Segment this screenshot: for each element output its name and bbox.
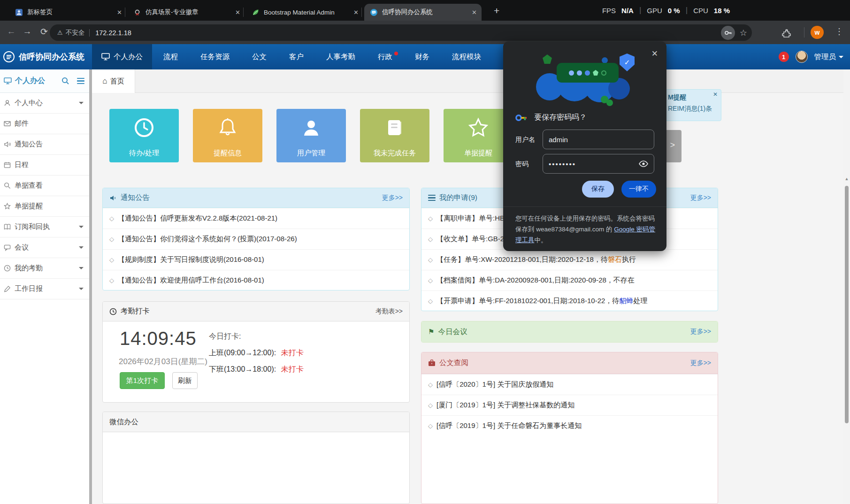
sidebar-item-schedule[interactable]: 日程 [0, 155, 89, 176]
browser-profile-avatar[interactable]: w [811, 26, 824, 39]
shift-afternoon: 下班(13:00→18:00): 未打卡 [209, 365, 304, 374]
url-text[interactable]: 172.22.1.18 [95, 29, 721, 37]
tab-bootstrap-admin[interactable]: Bootstrap Material Admin ✕ [246, 4, 363, 21]
announcement-item[interactable]: ◇【通知公告】欢迎使用信呼工作台(2016-08-01) [103, 270, 409, 290]
breadcrumb-home-tab[interactable]: ⌂ 首页 [92, 69, 135, 93]
sidebar-item-announcements[interactable]: 通知公告 [0, 134, 89, 155]
sidebar-item-my-attendance[interactable]: 我的考勤 [0, 258, 89, 279]
scrollbar-thumb[interactable] [845, 186, 849, 423]
dialog-title-row: 要保存密码吗？ [515, 113, 587, 122]
tile-reminders[interactable]: 提醒信息 [193, 109, 262, 162]
password-manager-icon[interactable] [721, 26, 735, 40]
sidebar-item-subscriptions[interactable]: 订阅和回执 [0, 217, 89, 237]
tab-close-icon[interactable]: ✕ [353, 9, 359, 16]
bookmark-star-icon[interactable]: ☆ [740, 28, 747, 38]
applications-more-link[interactable]: 更多>> [690, 194, 711, 202]
nav-item-administration[interactable]: 行政 [367, 44, 404, 69]
never-save-button[interactable]: 一律不 [621, 181, 656, 198]
search-icon[interactable] [61, 77, 69, 85]
shift-morning: 上班(09:00→12:00): 未打卡 [209, 348, 304, 358]
show-password-eye-icon[interactable] [639, 160, 648, 167]
tab-close-icon[interactable]: ✕ [472, 9, 477, 16]
attendance-sheet-link[interactable]: 考勤表>> [375, 307, 403, 316]
tab-simulation-badge[interactable]: 仿真场景-专业徽章 ✕ [128, 4, 245, 21]
punch-in-button[interactable]: 第1次打卡 [120, 372, 165, 389]
user-avatar[interactable] [796, 51, 808, 63]
tab-new-tab-page[interactable]: 新标签页 ✕ [9, 4, 127, 21]
password-dots-graphic [557, 63, 619, 83]
address-bar[interactable]: ⚠ 不安全 172.22.1.18 ☆ [50, 24, 752, 41]
refresh-button[interactable]: 刷新 [172, 372, 198, 389]
sidebar-item-document-reminder[interactable]: 单据提醒 [0, 196, 89, 217]
document-item[interactable]: ◇[信呼〔2019〕1号] 关于任命磐石为董事长通知 [421, 415, 718, 436]
tab-close-icon[interactable]: ✕ [117, 9, 122, 16]
meetings-more-link[interactable]: 更多>> [690, 328, 711, 336]
home-icon: ⌂ [102, 76, 107, 86]
username-field[interactable]: admin [543, 130, 654, 149]
security-label[interactable]: 不安全 [66, 29, 85, 37]
nav-item-official-docs[interactable]: 公文 [241, 44, 278, 69]
sidebar-menu-icon[interactable] [77, 78, 84, 84]
reload-icon[interactable]: ⟳ [38, 26, 51, 37]
diamond-icon: ◇ [428, 236, 433, 243]
diamond-icon: ◇ [428, 298, 433, 305]
announcement-item[interactable]: ◇【通知公告】信呼更新发布V2.2.8版本(2021-08-21) [103, 208, 409, 229]
chevron-down-icon [839, 56, 843, 58]
announcements-more-link[interactable]: 更多>> [382, 194, 403, 202]
scroll-up-icon[interactable]: ▲ [844, 176, 850, 181]
tab-separator [243, 8, 244, 17]
application-item[interactable]: ◇【任务】单号:XW-20201218-001,日期:2020-12-18，待磐… [421, 249, 718, 270]
nav-item-personal-office[interactable]: 个人办公 [92, 44, 152, 69]
dialog-close-icon[interactable]: ✕ [651, 49, 658, 59]
browser-menu-icon[interactable]: ⋮ [835, 26, 843, 37]
sidebar-title: 个人办公 [15, 76, 45, 86]
app-brand[interactable]: 信呼协同办公系统 [0, 44, 92, 69]
save-password-dialog: ✕ ✓ 要保存密码吗？ 用户名 [503, 41, 666, 251]
sidebar-item-document-view[interactable]: 单据查看 [0, 176, 89, 196]
nav-item-workflow-module[interactable]: 流程模块 [441, 44, 492, 69]
extensions-icon[interactable] [782, 29, 791, 38]
tab-xinhu-oa[interactable]: 信呼协同办公系统 ✕ [364, 4, 482, 21]
assignee-highlight: 貂蝉 [619, 297, 633, 305]
announcement-item[interactable]: ◇【通知公告】你们觉得这个系统如何？(投票)(2017-08-26) [103, 229, 409, 249]
announcement-item[interactable]: ◇【规则制度】关于写日报制度说明(2016-08-01) [103, 249, 409, 270]
sidebar-item-personal-center[interactable]: 个人中心 [0, 93, 89, 114]
message-count-badge[interactable]: 1 [779, 52, 789, 62]
tile-pending-tasks[interactable]: 待办/处理 [109, 109, 179, 162]
nav-item-customers[interactable]: 客户 [278, 44, 315, 69]
sidebar-item-meetings[interactable]: 会议 [0, 237, 89, 258]
back-icon[interactable]: ← [5, 26, 18, 37]
panel-today-meetings: ⚑ 今日会议 更多>> [421, 321, 718, 343]
application-item[interactable]: ◇【档案借阅】单号:DA-20200928-001,日期:2020-09-28，… [421, 270, 718, 290]
nav-item-hr-attendance[interactable]: 人事考勤 [315, 44, 367, 69]
tile-unfinished-tasks[interactable]: 我未完成任务 [360, 109, 429, 162]
document-item[interactable]: ◇[信呼〔2020〕1号] 关于国庆放假通知 [421, 374, 718, 395]
today-punch-label: 今日打卡: [209, 332, 304, 342]
user-menu[interactable]: 管理员 [814, 52, 844, 62]
document-item[interactable]: ◇[厦门〔2019〕1号] 关于调整社保基数的通知 [421, 395, 718, 415]
diamond-icon: ◇ [428, 381, 433, 388]
sidebar-item-mail[interactable]: 邮件 [0, 114, 89, 134]
attendance-clock: 14:09:45 [120, 328, 197, 349]
gpu-label: GPU [647, 7, 662, 15]
documents-more-link[interactable]: 更多>> [690, 359, 711, 367]
tile-user-management[interactable]: 用户管理 [276, 109, 346, 162]
nav-item-finance[interactable]: 财务 [404, 44, 441, 69]
reim-notification-toast[interactable]: ✕ M提醒 REIM消息(1)条 [659, 89, 721, 121]
save-password-button[interactable]: 保存 [582, 181, 614, 198]
diamond-icon: ◇ [109, 256, 114, 263]
forward-icon[interactable]: → [21, 26, 34, 37]
password-field[interactable]: •••••••• [543, 154, 654, 174]
toast-message[interactable]: REIM消息(1)条 [668, 105, 717, 113]
tile-document-reminder[interactable]: 单据提醒 [444, 109, 513, 162]
page-scrollbar[interactable]: ▲ [843, 69, 850, 504]
toast-close-icon[interactable]: ✕ [713, 91, 718, 98]
book-icon [383, 115, 407, 140]
nav-item-task-resources[interactable]: 任务资源 [189, 44, 241, 69]
sidebar-item-daily-report[interactable]: 工作日报 [0, 279, 89, 299]
tab-close-icon[interactable]: ✕ [235, 9, 240, 16]
security-warning-icon: ⚠ [57, 29, 63, 36]
new-tab-button[interactable]: + [494, 6, 499, 15]
application-item[interactable]: ◇【开票申请】单号:FF-20181022-001,日期:2018-10-22，… [421, 290, 718, 311]
nav-item-workflow[interactable]: 流程 [152, 44, 189, 69]
